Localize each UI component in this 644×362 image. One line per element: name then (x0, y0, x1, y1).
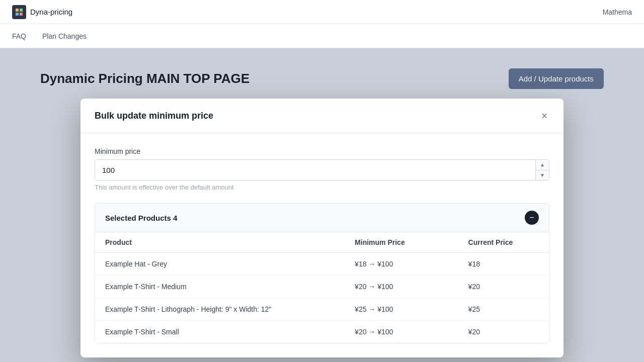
svg-rect-3 (20, 13, 23, 16)
logo-icon (12, 5, 26, 19)
modal-body: Minimum price ▲ ▼ This amount is effecti… (80, 133, 564, 357)
table-row: Example T-Shirt - Medium¥20 → ¥100¥20 (95, 276, 549, 298)
nav-plan-changes[interactable]: Plan Changes (42, 30, 87, 42)
cell-min-price: ¥18 → ¥100 (345, 253, 458, 276)
cell-product: Example T-Shirt - Medium (95, 276, 345, 298)
minimum-price-input[interactable] (95, 160, 535, 180)
modal-close-button[interactable]: × (539, 109, 549, 123)
table-body: Example Hat - Grey¥18 → ¥100¥18Example T… (95, 253, 549, 343)
cell-min-price: ¥20 → ¥100 (345, 276, 458, 298)
field-hint: This amount is effective over the defaul… (95, 184, 549, 191)
cell-current-price: ¥20 (458, 321, 549, 343)
svg-rect-0 (16, 9, 19, 12)
cell-current-price: ¥18 (458, 253, 549, 276)
spinner-down-button[interactable]: ▼ (536, 170, 549, 180)
col-header-current-price: Current Price (458, 232, 549, 253)
table-row: Example T-Shirt - Small¥20 → ¥100¥20 (95, 321, 549, 343)
table-row: Example Hat - Grey¥18 → ¥100¥18 (95, 253, 549, 276)
price-input-wrapper: ▲ ▼ (95, 159, 549, 180)
svg-rect-2 (16, 13, 19, 16)
app-name: Dyna-pricing (30, 8, 72, 16)
user-name: Mathema (603, 8, 632, 16)
selected-products-section: Selected Products 4 − Product Minimum Pr… (95, 203, 549, 343)
table-header-row: Product Minimum Price Current Price (95, 232, 549, 253)
cell-product: Example T-Shirt - Small (95, 321, 345, 343)
cell-current-price: ¥20 (458, 276, 549, 298)
input-spinners: ▲ ▼ (535, 160, 549, 180)
table-row: Example T-Shirt - Lithograph - Height: 9… (95, 298, 549, 321)
modal: Bulk update minimum price × Minimum pric… (80, 99, 564, 357)
table-head: Product Minimum Price Current Price (95, 232, 549, 253)
selected-products-header: Selected Products 4 − (95, 204, 549, 232)
col-header-product: Product (95, 232, 345, 253)
nav-faq[interactable]: FAQ (12, 30, 26, 42)
brand: Dyna-pricing (12, 5, 72, 19)
cell-current-price: ¥25 (458, 298, 549, 321)
svg-rect-1 (20, 9, 23, 12)
secondary-nav: FAQ Plan Changes (0, 24, 644, 48)
products-table: Product Minimum Price Current Price Exam… (95, 232, 549, 343)
modal-header: Bulk update minimum price × (80, 99, 564, 133)
cell-min-price: ¥25 → ¥100 (345, 298, 458, 321)
col-header-min-price: Minimum Price (345, 232, 458, 253)
selected-products-title: Selected Products 4 (105, 214, 177, 222)
cell-product: Example T-Shirt - Lithograph - Height: 9… (95, 298, 345, 321)
modal-overlay: Bulk update minimum price × Minimum pric… (0, 48, 644, 362)
collapse-button[interactable]: − (525, 211, 539, 225)
cell-min-price: ¥20 → ¥100 (345, 321, 458, 343)
spinner-up-button[interactable]: ▲ (536, 160, 549, 170)
main-content: Dynamic Pricing MAIN TOP PAGE Add / Upda… (0, 48, 644, 362)
field-label: Minimum price (95, 147, 549, 155)
cell-product: Example Hat - Grey (95, 253, 345, 276)
minimum-price-field: Minimum price ▲ ▼ This amount is effecti… (95, 147, 549, 191)
modal-title: Bulk update minimum price (95, 111, 213, 121)
top-nav: Dyna-pricing Mathema (0, 0, 644, 24)
